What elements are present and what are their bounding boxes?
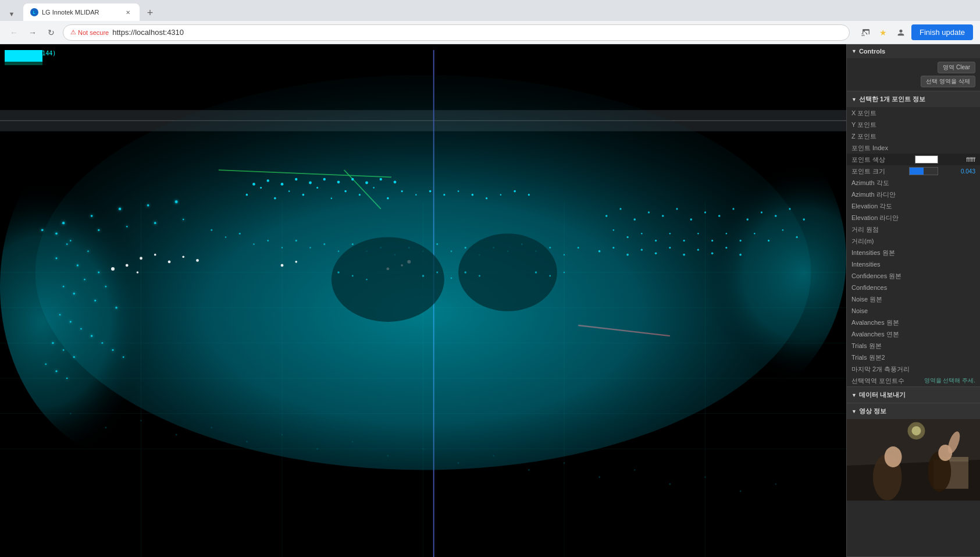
svg-point-190 xyxy=(352,441,353,442)
prop-label-aval-orig: Avalanches 원본 xyxy=(851,318,940,327)
finish-update-button[interactable]: Finish update xyxy=(911,24,973,40)
svg-point-32 xyxy=(59,314,60,315)
reload-btn[interactable]: ↻ xyxy=(44,26,58,40)
active-tab[interactable]: L LG Innotek MLIDAR ✕ xyxy=(23,3,140,21)
prop-y-point: Y 포인트 xyxy=(847,119,980,130)
prop-label-last2: 마지막 2개 측풍거리 xyxy=(851,365,940,374)
prop-label-azimuth-angle: Azimuth 각도 xyxy=(851,179,940,187)
svg-point-52 xyxy=(70,240,71,241)
prop-label-z: Z 포인트 xyxy=(851,132,940,141)
svg-point-93 xyxy=(267,240,269,242)
controls-top-area: 영역 Clear 선택 영역을 삭제 xyxy=(847,58,980,91)
svg-point-77 xyxy=(528,194,530,196)
svg-point-41 xyxy=(73,356,75,358)
svg-point-40 xyxy=(63,349,64,350)
svg-point-174 xyxy=(422,275,425,277)
svg-point-124 xyxy=(281,264,284,267)
svg-point-118 xyxy=(168,260,171,263)
svg-point-88 xyxy=(394,180,397,183)
video-info-arrow-icon: ▼ xyxy=(851,409,857,414)
svg-point-34 xyxy=(80,328,81,329)
svg-point-107 xyxy=(465,247,466,249)
svg-point-95 xyxy=(295,240,297,242)
svg-point-133 xyxy=(662,215,664,217)
clear-button[interactable]: 영역 Clear xyxy=(938,62,975,73)
svg-point-141 xyxy=(775,215,777,217)
svg-point-161 xyxy=(641,249,643,251)
svg-point-194 xyxy=(493,455,494,456)
svg-point-65 xyxy=(359,194,361,196)
svg-point-67 xyxy=(387,197,389,200)
svg-point-20 xyxy=(564,103,846,414)
svg-point-37 xyxy=(112,349,114,351)
svg-point-90 xyxy=(225,236,226,237)
svg-point-131 xyxy=(633,218,636,221)
svg-point-189 xyxy=(316,448,318,450)
svg-point-58 xyxy=(260,187,262,189)
svg-point-117 xyxy=(154,254,156,256)
size-bar-visual[interactable] xyxy=(909,167,938,175)
prop-selected-count-hint[interactable]: 영역을 선택해 주세. xyxy=(924,377,975,385)
svg-point-46 xyxy=(62,222,65,224)
svg-point-83 xyxy=(323,178,326,180)
svg-point-164 xyxy=(683,254,685,256)
svg-point-162 xyxy=(655,252,657,254)
lidar-viewport[interactable]: 71 FPS (4-144) xyxy=(0,44,846,557)
prop-elevation-rad: Elevation 라디안 xyxy=(847,212,980,223)
svg-point-142 xyxy=(789,208,790,210)
svg-point-143 xyxy=(803,218,805,221)
svg-point-84 xyxy=(337,180,340,183)
video-preview-svg xyxy=(847,419,980,501)
data-export-header[interactable]: ▼ 데이터 내보내기 xyxy=(847,387,980,403)
prop-noise-orig: Noise 원본 xyxy=(847,293,980,305)
svg-point-140 xyxy=(761,211,762,213)
controls-section-header[interactable]: ▼ Controls xyxy=(847,44,980,58)
video-info-header[interactable]: ▼ 영상 정보 xyxy=(847,403,980,419)
svg-point-183 xyxy=(105,427,106,428)
tab-close-btn[interactable]: ✕ xyxy=(123,8,133,17)
bookmark-icon[interactable]: ★ xyxy=(876,26,890,40)
prop-label-azimuth-rad: Azimuth 라디안 xyxy=(851,190,940,199)
svg-point-172 xyxy=(352,275,354,277)
right-panel: ▼ Controls 영역 Clear 선택 영역을 삭제 ▼ 선택한 1개 포… xyxy=(846,44,980,557)
svg-point-21 xyxy=(56,257,58,259)
svg-point-197 xyxy=(598,476,600,478)
color-swatch[interactable] xyxy=(915,155,938,164)
cast-icon[interactable] xyxy=(859,26,873,40)
svg-point-149 xyxy=(683,240,685,242)
forward-btn[interactable]: → xyxy=(26,26,40,40)
svg-point-159 xyxy=(612,247,614,249)
svg-point-184 xyxy=(140,420,141,421)
svg-point-145 xyxy=(627,236,629,238)
svg-point-170 xyxy=(458,233,557,311)
video-info-section: ▼ 영상 정보 xyxy=(847,403,980,557)
prop-label-elevation-angle: Elevation 각도 xyxy=(851,202,940,211)
svg-point-201 xyxy=(740,490,742,492)
svg-point-187 xyxy=(246,441,248,443)
svg-point-35 xyxy=(91,335,92,337)
prop-avalanches-orig: Avalanches 원본 xyxy=(847,317,980,328)
svg-point-48 xyxy=(119,208,121,210)
svg-point-19 xyxy=(0,110,282,463)
svg-point-47 xyxy=(91,215,93,217)
svg-point-36 xyxy=(102,342,103,343)
lidar-canvas xyxy=(0,44,846,557)
svg-point-202 xyxy=(775,484,776,485)
delete-button[interactable]: 선택 영역을 삭제 xyxy=(921,76,975,87)
prop-label-noise: Noise xyxy=(851,307,940,314)
controls-arrow-icon: ▼ xyxy=(851,48,857,54)
svg-point-115 xyxy=(578,247,579,249)
tab-list-btn[interactable]: ▼ xyxy=(5,7,19,21)
svg-point-59 xyxy=(274,197,276,200)
new-tab-btn[interactable]: + xyxy=(142,5,158,21)
point-info-header[interactable]: ▼ 선택한 1개 포인트 정보 xyxy=(847,91,980,107)
url-bar[interactable]: ⚠ Not secure https://localhost:4310 xyxy=(63,24,850,41)
profile-icon[interactable] xyxy=(894,26,908,40)
svg-point-175 xyxy=(436,272,438,274)
back-btn[interactable]: ← xyxy=(7,26,21,40)
svg-point-123 xyxy=(137,271,139,274)
svg-point-153 xyxy=(740,240,742,242)
svg-point-69 xyxy=(415,194,416,195)
svg-point-134 xyxy=(676,208,678,210)
data-export-section: ▼ 데이터 내보내기 xyxy=(847,387,980,403)
